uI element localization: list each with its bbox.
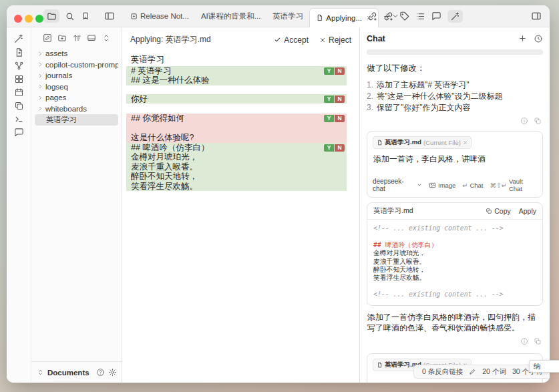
diff-line: 醉卧不知天地转， xyxy=(131,172,342,182)
chip-close-icon[interactable] xyxy=(463,140,468,145)
model-name: deepseek-chat xyxy=(373,178,415,192)
outline-list-icon[interactable] xyxy=(415,11,425,21)
add-embed-icon[interactable] xyxy=(383,11,393,21)
tree-folder-copilot-custom-prompts[interactable]: copilot-custom-prompts xyxy=(35,59,118,71)
tab-ai-course[interactable]: AI课程的背景和... xyxy=(195,5,266,27)
info-icon[interactable] xyxy=(520,117,528,125)
chat-history-icon[interactable] xyxy=(534,34,543,43)
new-folder-icon[interactable] xyxy=(57,33,67,43)
tag-icon[interactable] xyxy=(399,11,409,21)
tree-file-selected[interactable]: 英语学习 xyxy=(35,114,118,126)
diff-line: 这是什么体验呢? xyxy=(131,133,342,143)
terminal-icon[interactable] xyxy=(14,114,24,124)
tree-folder-whiteboards[interactable]: whiteboards xyxy=(35,104,118,115)
file-import-icon[interactable] xyxy=(14,47,24,57)
diff-line: 你好 xyxy=(131,94,342,104)
copy-files-icon[interactable] xyxy=(14,100,24,111)
vault-name[interactable]: Documents xyxy=(47,369,89,377)
tab-release-notes[interactable]: Release Not... xyxy=(124,5,195,27)
left-sidebar-toggle-button[interactable] xyxy=(102,9,118,23)
new-chat-icon[interactable] xyxy=(518,34,527,43)
reject-block-button[interactable]: N xyxy=(335,67,345,75)
collapse-all-icon[interactable] xyxy=(102,33,111,43)
list-text: 保留了"你好"作为正文内容 xyxy=(377,103,471,113)
new-note-icon[interactable] xyxy=(43,33,52,43)
vault-chat-action[interactable]: ⌘⇧↵ Vault Chat xyxy=(490,178,537,192)
reject-block-button[interactable]: N xyxy=(335,144,345,152)
reject-block-button[interactable]: N xyxy=(335,95,345,103)
model-selector[interactable]: deepseek-chat xyxy=(373,178,422,192)
file-icon xyxy=(377,362,383,368)
reject-button[interactable]: Reject xyxy=(319,35,351,45)
right-sidebar-toggle-button[interactable] xyxy=(531,11,542,21)
message-actions xyxy=(368,117,542,125)
accept-block-button[interactable]: Y xyxy=(324,144,334,152)
copy-icon[interactable] xyxy=(534,337,542,345)
close-window-button[interactable] xyxy=(14,15,22,23)
list-item: 1. 添加了主标题"# 英语学习" xyxy=(367,80,543,90)
copilot-wand-button[interactable] xyxy=(447,10,463,23)
vault-key-hint: ⌘⇧↵ xyxy=(490,182,506,189)
message-actions xyxy=(368,337,542,345)
copy-icon[interactable] xyxy=(534,117,542,125)
add-link-icon[interactable] xyxy=(367,11,377,21)
minimize-window-button[interactable] xyxy=(25,15,33,23)
files-view-button[interactable] xyxy=(43,9,59,23)
folder-label: assets xyxy=(45,49,67,57)
x-icon xyxy=(319,37,326,43)
diff-block-removed: ## 你觉得如何 这是什么体验呢? Y N xyxy=(126,114,347,143)
blocks-icon[interactable] xyxy=(14,73,24,84)
chip-filename: 英语学习.md xyxy=(385,138,421,147)
info-icon[interactable] xyxy=(520,337,528,345)
chat-send-action[interactable]: ↵ Chat xyxy=(462,182,483,189)
help-icon[interactable] xyxy=(96,368,105,377)
search-view-button[interactable] xyxy=(61,9,77,23)
copy-code-button[interactable]: Copy xyxy=(486,207,511,215)
chevron-right-icon xyxy=(37,83,43,89)
vault-switcher: Documents xyxy=(31,361,122,383)
calendar-icon[interactable] xyxy=(14,87,24,97)
code-heading: ## 啤酒吟（仿李白） xyxy=(373,241,536,249)
code-block-header: 英语学习.md Copy Apply xyxy=(367,203,542,220)
context-file-chip[interactable]: 英语学习.md (Current File) xyxy=(373,136,472,149)
search-icon xyxy=(65,11,75,21)
bookmarks-view-button[interactable] xyxy=(77,9,94,23)
tree-folder-pages[interactable]: pages xyxy=(35,92,118,104)
tab-label: AI课程的背景和... xyxy=(201,11,260,21)
tree-folder-assets[interactable]: assets xyxy=(35,48,118,59)
settings-gear-icon[interactable] xyxy=(108,368,117,377)
tree-folder-journals[interactable]: journals xyxy=(35,70,118,81)
tree-folder-logseq[interactable]: logseq xyxy=(35,81,118,93)
comment-icon[interactable] xyxy=(14,127,24,138)
list-marker: 2. xyxy=(367,91,377,102)
folder-label: whiteboards xyxy=(45,105,87,113)
graph-icon[interactable] xyxy=(14,60,24,71)
list-text: 将"这是一种什么体验"设为二级标题 xyxy=(377,91,503,102)
list-text: 添加了主标题"# 英语学习" xyxy=(377,80,470,90)
list-marker: 1. xyxy=(367,80,377,90)
accept-block-button[interactable]: Y xyxy=(324,115,334,122)
tab-english-study[interactable]: 英语学习 xyxy=(266,5,309,27)
editor-pane: Applying: 英语学习.md Accept Reject 英语学习 # 英… xyxy=(122,27,360,383)
file-explorer: assets copilot-custom-prompts journals l… xyxy=(31,27,122,383)
pencil-icon xyxy=(469,368,476,375)
word-count[interactable]: 20 个词 xyxy=(482,367,506,377)
panel-bottom-icon[interactable] xyxy=(87,33,96,43)
accept-block-button[interactable]: Y xyxy=(324,95,334,103)
backlinks-count[interactable]: 0 条反向链接 xyxy=(422,367,463,377)
check-icon xyxy=(274,36,281,43)
comments-icon[interactable] xyxy=(431,11,441,21)
chevrons-up-down-icon[interactable] xyxy=(37,369,44,376)
code-comment: <!-- ... existing content ... --> xyxy=(373,224,536,232)
apply-code-button[interactable]: Apply xyxy=(519,207,536,215)
image-action[interactable]: Image xyxy=(429,182,455,189)
diff-content: 英语学习 # 英语学习 ## 这是一种什么体验 Y N 你好 Y N xyxy=(122,52,359,191)
chevron-right-icon xyxy=(37,61,43,67)
accept-block-button[interactable]: Y xyxy=(324,67,334,75)
reject-block-button[interactable]: N xyxy=(335,115,345,122)
accept-button[interactable]: Accept xyxy=(274,35,309,45)
sort-order-icon[interactable] xyxy=(72,33,81,43)
copilot-icon[interactable] xyxy=(13,33,24,44)
list-item: 3. 保留了"你好"作为正文内容 xyxy=(367,103,543,113)
zoom-window-button[interactable] xyxy=(35,15,43,23)
